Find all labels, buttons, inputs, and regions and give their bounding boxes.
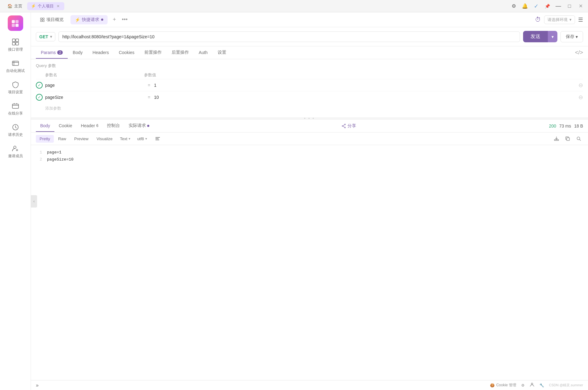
sidebar-item-invite[interactable]: 邀请成员 bbox=[2, 142, 29, 162]
params-tab-label: Params bbox=[41, 50, 56, 55]
download-response-button[interactable] bbox=[552, 134, 561, 143]
tab-more-button[interactable]: ••• bbox=[122, 16, 128, 23]
pin-icon[interactable]: 📌 bbox=[543, 2, 551, 10]
title-bar-actions: ⚙ 🔔 ✓ 📌 — □ ✕ bbox=[510, 2, 584, 10]
tab-overview-label: 项目概览 bbox=[46, 17, 64, 23]
footer-support-button[interactable] bbox=[530, 382, 535, 388]
resp-console-tab-label: 控制台 bbox=[107, 123, 120, 128]
hamburger-menu[interactable]: ☰ bbox=[578, 16, 583, 23]
bell-icon[interactable]: 🔔 bbox=[521, 2, 529, 10]
sidebar-item-share-label: 在线分享 bbox=[8, 111, 23, 116]
copy-icon bbox=[565, 136, 570, 141]
send-arrow-icon: ▾ bbox=[552, 34, 554, 39]
req-tab-cookies[interactable]: Cookies bbox=[114, 47, 139, 59]
tab-home-label: 主页 bbox=[14, 3, 22, 9]
search-response-button[interactable] bbox=[574, 134, 583, 143]
copy-response-button[interactable] bbox=[563, 134, 572, 143]
param-remove-button-2[interactable]: ⊖ bbox=[578, 94, 583, 101]
tab-project[interactable]: ⚡ 个人项目 ✕ bbox=[27, 2, 64, 10]
req-tab-headers[interactable]: Headers bbox=[87, 47, 114, 59]
sidebar-item-project-settings[interactable]: 项目设置 bbox=[2, 78, 29, 98]
encoding-dropdown[interactable]: utf8 ▾ bbox=[134, 135, 150, 143]
svg-rect-15 bbox=[43, 18, 44, 19]
resp-tab-console[interactable]: 控制台 bbox=[103, 120, 124, 132]
param-value-1: 1 bbox=[154, 83, 578, 88]
project-settings-icon bbox=[12, 81, 19, 88]
fmt-tab-pretty[interactable]: Pretty bbox=[36, 135, 54, 143]
fmt-tab-raw[interactable]: Raw bbox=[54, 135, 70, 143]
history-icon bbox=[12, 124, 19, 131]
resp-tab-body[interactable]: Body bbox=[36, 120, 54, 132]
tab-add-button[interactable]: + bbox=[110, 15, 119, 24]
req-tab-params[interactable]: Params 2 bbox=[36, 47, 68, 59]
actual-live-dot bbox=[147, 125, 149, 127]
tab-overview[interactable]: 项目概览 bbox=[36, 15, 68, 24]
wrap-toggle[interactable] bbox=[153, 134, 162, 143]
share-icon bbox=[12, 102, 19, 110]
sidebar-item-autotest-label: 自动化测试 bbox=[6, 68, 25, 73]
list-item: 1 page=1 bbox=[36, 149, 583, 156]
code-view-button[interactable]: </> bbox=[575, 46, 583, 59]
footer-settings-button[interactable]: ⚙ bbox=[521, 383, 525, 388]
save-button[interactable]: 保存 ▾ bbox=[560, 31, 583, 42]
param-value-2: 10 bbox=[154, 95, 578, 100]
fmt-tab-preview[interactable]: Preview bbox=[70, 135, 92, 143]
minimize-button[interactable]: — bbox=[555, 2, 562, 10]
text-format-label: Text bbox=[120, 136, 127, 141]
svg-rect-14 bbox=[40, 18, 42, 19]
url-input[interactable] bbox=[58, 31, 520, 42]
resp-actual-tab-label: 实际请求 bbox=[129, 123, 146, 128]
expand-button[interactable]: » bbox=[36, 383, 39, 388]
timer-icon[interactable]: ⏱ bbox=[535, 16, 541, 23]
add-param-button[interactable]: 添加参数 bbox=[36, 103, 583, 114]
tab-home[interactable]: 🏠 主页 bbox=[4, 2, 26, 10]
app-logo[interactable] bbox=[8, 15, 23, 31]
req-tab-auth[interactable]: Auth bbox=[194, 47, 213, 59]
collapse-sidebar-button[interactable]: ‹ bbox=[31, 195, 37, 208]
resp-tab-cookie[interactable]: Cookie bbox=[54, 120, 77, 132]
footer-right: 🍪 Cookie 管理 ⚙ 🔧 CSDN @精灵.summer bbox=[490, 382, 583, 388]
close-button[interactable]: ✕ bbox=[577, 2, 584, 10]
tab-quick[interactable]: ⚡ 快捷请求 bbox=[70, 15, 108, 24]
footer-more-button[interactable]: 🔧 bbox=[539, 383, 544, 388]
resp-tab-actual[interactable]: 实际请求 bbox=[124, 120, 154, 132]
method-chevron-icon: ▾ bbox=[50, 35, 52, 39]
query-params-title: Query 参数 bbox=[36, 63, 583, 69]
req-tab-body[interactable]: Body bbox=[68, 47, 87, 59]
send-button[interactable]: 发送 bbox=[523, 31, 548, 42]
resp-share-button[interactable]: 分享 bbox=[342, 120, 356, 132]
cookie-manage-button[interactable]: 🍪 Cookie 管理 bbox=[490, 383, 516, 388]
post-action-tab-label: 后置操作 bbox=[172, 50, 189, 55]
req-tab-post-action[interactable]: 后置操作 bbox=[167, 47, 194, 59]
method-selector[interactable]: GET ▾ bbox=[36, 32, 55, 41]
col-value-header: 参数值 bbox=[144, 72, 583, 78]
param-enable-checkbox-2[interactable]: ✓ bbox=[36, 94, 43, 101]
tab-quick-dot bbox=[101, 19, 103, 21]
req-tab-pre-action[interactable]: 前置操作 bbox=[139, 47, 167, 59]
panel-divider[interactable]: • • • bbox=[31, 117, 588, 120]
invite-icon bbox=[12, 145, 19, 152]
env-selector[interactable]: 请选择环境 ▾ bbox=[544, 15, 575, 24]
svg-rect-11 bbox=[12, 104, 19, 108]
response-body: 1 page=1 2 pageSize=10 bbox=[31, 145, 588, 380]
maximize-button[interactable]: □ bbox=[566, 2, 573, 10]
svg-rect-3 bbox=[15, 24, 19, 27]
check-circle-icon[interactable]: ✓ bbox=[532, 2, 540, 10]
resp-tab-header[interactable]: Header 6 bbox=[77, 120, 103, 132]
param-remove-button-1[interactable]: ⊖ bbox=[578, 82, 583, 89]
fmt-tab-visualize[interactable]: Visualize bbox=[93, 135, 116, 143]
send-dropdown-button[interactable]: ▾ bbox=[548, 31, 557, 42]
line-content-2: pageSize=10 bbox=[47, 156, 74, 163]
settings-icon[interactable]: ⚙ bbox=[510, 2, 518, 10]
code-icon: </> bbox=[575, 49, 583, 56]
param-enable-checkbox-1[interactable]: ✓ bbox=[36, 82, 43, 89]
req-tab-settings[interactable]: 设置 bbox=[213, 47, 231, 59]
sidebar-item-share[interactable]: 在线分享 bbox=[2, 99, 29, 119]
sidebar-item-history[interactable]: 请求历史 bbox=[2, 120, 29, 140]
text-format-dropdown[interactable]: Text ▾ bbox=[117, 135, 134, 143]
response-status: 200 73 ms 18 B bbox=[544, 121, 583, 131]
footer: » 🍪 Cookie 管理 ⚙ 🔧 CS bbox=[31, 380, 588, 390]
sidebar-item-api-manage[interactable]: 接口管理 bbox=[2, 35, 29, 55]
sidebar-item-auto-test[interactable]: 自动化测试 bbox=[2, 57, 29, 77]
tab-close-button[interactable]: ✕ bbox=[56, 4, 61, 9]
